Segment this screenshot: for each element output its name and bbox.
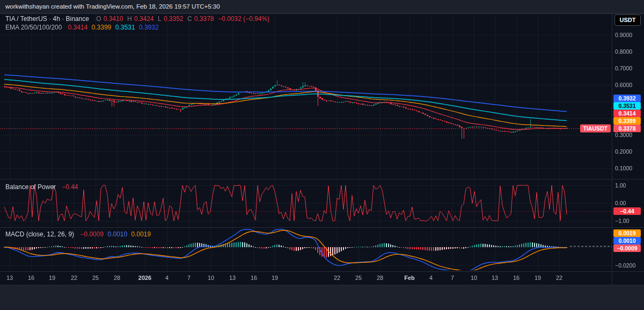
time-tick-label: 28 (114, 275, 120, 281)
macd-axis-tag: 0.0010 (613, 237, 641, 244)
price-axis-tag: 0.3399 (613, 117, 641, 125)
high-value: 0.3424 (134, 15, 154, 23)
time-tick-label: 16 (28, 275, 34, 281)
time-tick-label: 19 (272, 275, 278, 281)
bop-legend-label[interactable]: Balance of Power (5, 183, 56, 191)
low-value: 0.3352 (164, 15, 184, 23)
open-label: O (96, 15, 101, 23)
bop-value-tag: −0.44 (613, 207, 641, 215)
ema20-value: 0.3414 (68, 24, 88, 31)
time-tick-label: 10 (208, 275, 214, 281)
ema-legend: EMA 20/50/100/200 0.3414 0.3399 0.3531 0… (5, 24, 161, 31)
footer-bar: TradingView (0, 285, 644, 310)
time-tick-label: 25 (92, 275, 99, 281)
time-tick-label: 4 (429, 275, 433, 281)
bop-legend: Balance of Power −0.44 (5, 183, 80, 191)
time-tick-label: 22 (556, 275, 562, 281)
tradingview-chart-window: workwithshayan created with TradingView.… (0, 0, 644, 310)
time-tick-label: 13 (492, 275, 498, 281)
time-tick-label: 22 (334, 275, 340, 281)
price-tick-label: 0.8000 (615, 48, 632, 55)
time-tick-label: 19 (535, 275, 541, 281)
time-tick-label: 7 (451, 275, 454, 281)
high-label: H (127, 15, 132, 23)
bop-tick-label: 0.00 (615, 200, 626, 206)
time-tick-label: 10 (471, 275, 477, 281)
time-tick-label: 13 (6, 275, 13, 281)
bop-tick-label: −1.00 (615, 218, 630, 224)
macd-axis-tag: 0.0019 (613, 229, 641, 237)
attribution-bar: workwithshayan created with TradingView.… (0, 0, 644, 13)
price-tick-label: 0.3000 (615, 132, 632, 138)
change-value: −0.0032 (−0.94%) (218, 15, 269, 23)
time-tick-label: 19 (49, 275, 55, 281)
time-tick-label: 16 (513, 275, 519, 281)
price-axis-tag: 0.3531 (613, 102, 641, 110)
open-value: 0.3410 (104, 15, 123, 23)
time-tick-label: 4 (165, 275, 169, 281)
time-tick-label: 16 (251, 275, 257, 281)
time-tick-label: 2026 (138, 275, 151, 281)
price-axis-tag: 0.3932 (613, 95, 641, 102)
macd-legend-label[interactable]: MACD (close, 12, 26, 9) (5, 230, 74, 238)
symbol-title[interactable]: TIA / TetherUS · 4h · Binance (5, 15, 89, 23)
price-tick-label: 0.2000 (615, 148, 632, 155)
close-label: C (187, 15, 192, 23)
time-tick-label: 13 (229, 275, 236, 281)
price-axis-tag: 0.3414 (613, 110, 641, 117)
ema50-value: 0.3399 (92, 24, 112, 31)
bop-tick-label: 1.00 (615, 182, 626, 189)
time-tick-label: 28 (377, 275, 383, 281)
time-tick-label: 7 (187, 275, 191, 281)
low-label: L (158, 15, 162, 23)
price-tick-label: 0.1000 (615, 165, 632, 171)
attribution-text: workwithshayan created with TradingView.… (5, 3, 220, 10)
price-tick-label: 0.7000 (615, 65, 632, 71)
macd-tick-label: −0.0200 (615, 262, 635, 269)
time-tick-label: 25 (355, 275, 362, 281)
price-axis-tag: 0.3378 (613, 125, 641, 132)
price-tick-label: 0.9000 (615, 32, 632, 38)
close-value: 0.3378 (194, 15, 214, 23)
macd-legend: MACD (close, 12, 26, 9) −0.0009 0.0010 0… (5, 230, 153, 238)
macd-signal-value: 0.0019 (131, 230, 151, 238)
ema100-value: 0.3531 (115, 24, 135, 31)
symbol-legend: TIA / TetherUS · 4h · Binance O 0.3410 H… (5, 15, 272, 23)
ema-legend-label[interactable]: EMA 20/50/100/200 (5, 24, 62, 31)
currency-usdt-button[interactable]: USDT (614, 15, 641, 26)
price-tick-label: 0.6000 (615, 82, 632, 88)
symbol-price-tag: TIAUSDT (580, 125, 611, 133)
bop-value: −0.44 (62, 183, 78, 191)
macd-axis-tag: −0.0009 (613, 244, 641, 252)
macd-hist-value: −0.0009 (80, 230, 104, 238)
ema200-value: 0.3932 (139, 24, 159, 31)
time-tick-label: 22 (71, 275, 77, 281)
time-tick-label: Feb (404, 275, 415, 281)
macd-line-value: 0.0010 (107, 230, 127, 238)
chart-canvas[interactable] (0, 0, 644, 310)
